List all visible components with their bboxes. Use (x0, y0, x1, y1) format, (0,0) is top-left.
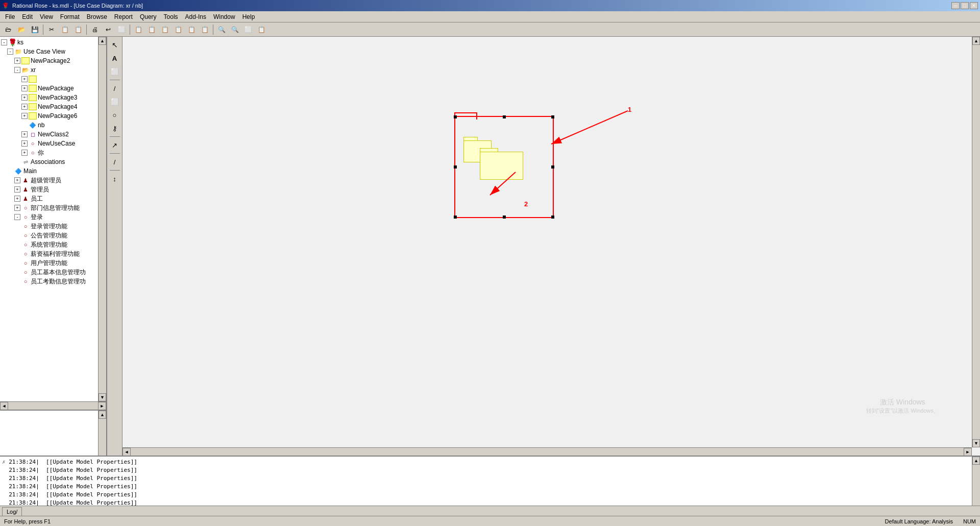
menu-report[interactable]: Report (111, 12, 136, 21)
tb-btn6[interactable]: 📋 (199, 24, 211, 35)
tree-item-you[interactable]: + ○ 你 (0, 148, 106, 157)
menu-file[interactable]: File (2, 12, 18, 21)
tb-cut[interactable]: ✂ (45, 24, 58, 35)
tb-fit[interactable]: ⬜ (242, 24, 254, 35)
expander-newpackage[interactable]: + (21, 85, 28, 91)
expander-newusecase[interactable]: + (21, 140, 28, 147)
canvas-hscroll-left[interactable]: ◄ (122, 448, 131, 456)
menu-help[interactable]: Help (239, 12, 258, 21)
tree-hscroll-left[interactable]: ◄ (0, 402, 8, 410)
tree-item-superadmin[interactable]: + ♟ 超级管理员 (0, 176, 106, 185)
menu-edit[interactable]: Edit (19, 12, 36, 21)
minimize-button[interactable]: ─ (951, 2, 960, 9)
tree-item-staffbasic[interactable]: ○ 员工基本信息管理功 (0, 268, 106, 277)
expander-dept[interactable]: + (14, 205, 20, 211)
tb-btn7[interactable]: 📋 (255, 24, 267, 35)
tb-open[interactable]: 📂 (15, 24, 28, 35)
tb-rect[interactable]: ⬜ (115, 24, 128, 35)
tree-item-notice[interactable]: ○ 公告管理功能 (0, 231, 106, 240)
vtb-usecase[interactable]: ○ (109, 109, 121, 121)
tree-item-main[interactable]: 🔷 Main (0, 166, 106, 176)
canvas-vscroll-down[interactable]: ▼ (972, 439, 980, 447)
expander-newpackage4[interactable]: + (21, 104, 28, 110)
canvas-hscroll[interactable]: ◄ ► (122, 447, 972, 456)
tb-zoomin[interactable]: 🔍 (215, 24, 228, 35)
expander-login[interactable]: - (14, 214, 20, 220)
tree-hscroll-right[interactable]: ► (98, 402, 106, 410)
tb-print[interactable]: 🖨 (89, 24, 101, 35)
tree-item-nb[interactable]: 🔷 nb (0, 121, 106, 130)
tree-scroll-up[interactable]: ▲ (99, 37, 106, 45)
tree-item-login-mgmt[interactable]: ○ 登录管理功能 (0, 222, 106, 231)
menu-browse[interactable]: Browse (84, 12, 110, 21)
tb-btn2[interactable]: 📋 (145, 24, 158, 35)
expander-nb-pkg[interactable]: + (21, 76, 28, 82)
tree-item-nb-pkg[interactable]: + (0, 75, 106, 84)
close-button[interactable]: ✕ (970, 2, 978, 9)
tree-item-staff[interactable]: + ♟ 员工 (0, 194, 106, 203)
tree-item-newusecase[interactable]: + ○ NewUseCase (0, 139, 106, 148)
tree-item-user[interactable]: ○ 用户管理功能 (0, 258, 106, 268)
tree-item-ks[interactable]: - 🌹 ks (0, 38, 106, 47)
expander-newpackage6[interactable]: + (21, 113, 28, 119)
tb-copy[interactable]: 📋 (59, 24, 71, 35)
canvas-hscroll-right[interactable]: ► (964, 448, 972, 456)
log-vscroll-up[interactable]: ▲ (972, 457, 980, 465)
vtb-pkg[interactable]: ⬜ (109, 95, 121, 108)
tree-item-xr[interactable]: - 📂 xr (0, 65, 106, 75)
menu-tools[interactable]: Tools (161, 12, 181, 21)
tree-item-newpackage3[interactable]: + NewPackage3 (0, 93, 106, 102)
vtb-note[interactable]: ⬜ (109, 65, 121, 78)
tree-item-salary[interactable]: ○ 薪资福利管理功能 (0, 249, 106, 258)
log-vscroll[interactable]: ▲ ▼ (972, 457, 980, 506)
tree-scrollbar[interactable]: ▲ ▼ (98, 37, 106, 401)
tb-zoomout[interactable]: 🔍 (229, 24, 241, 35)
expander-newpackage3[interactable]: + (21, 94, 28, 101)
expander-usecaseview[interactable]: - (7, 49, 13, 55)
expander-you[interactable]: + (21, 150, 28, 156)
tree-item-attendance[interactable]: ○ 员工考勤信息管理功 (0, 277, 106, 286)
vtb-select[interactable]: ↖ (109, 39, 121, 51)
tree-item-newpackage4[interactable]: + NewPackage4 (0, 102, 106, 111)
tree-item-sys[interactable]: ○ 系统管理功能 (0, 240, 106, 249)
expander-newpackage2[interactable]: + (14, 58, 20, 64)
expander-superadmin[interactable]: + (14, 177, 20, 183)
log-tab-main[interactable]: Log/ (2, 507, 22, 516)
expander-staff[interactable]: + (14, 196, 20, 202)
tree-item-newpackage2[interactable]: + NewPackage2 (0, 56, 106, 65)
canvas-vscroll-up[interactable]: ▲ (972, 37, 980, 45)
tb-btn1[interactable]: 📋 (132, 24, 144, 35)
expander-ks[interactable]: - (1, 39, 7, 45)
tree-item-newclass2[interactable]: + ◻ NewClass2 (0, 130, 106, 139)
preview-scrollbar[interactable]: ▲ (98, 411, 106, 456)
expander-xr[interactable]: - (14, 67, 20, 73)
tree-item-usecaseview[interactable]: - 📁 Use Case View (0, 47, 106, 56)
menu-view[interactable]: View (37, 12, 56, 21)
tree-item-dept[interactable]: + ○ 部门信息管理功能 (0, 203, 106, 212)
vtb-actor[interactable]: ⚷ (109, 122, 121, 134)
menu-query[interactable]: Query (137, 12, 160, 21)
menu-addins[interactable]: Add-Ins (182, 12, 209, 21)
tb-btn4[interactable]: 📋 (172, 24, 184, 35)
tb-btn5[interactable]: 📋 (185, 24, 198, 35)
expander-admin[interactable]: + (14, 186, 20, 193)
tb-btn3[interactable]: 📋 (159, 24, 171, 35)
vtb-assoc[interactable]: ↗ (109, 139, 121, 151)
tb-new[interactable]: 🗁 (2, 24, 14, 35)
tree-item-newpackage[interactable]: + NewPackage (0, 84, 106, 93)
vtb-text[interactable]: A (109, 52, 121, 64)
tb-save[interactable]: 💾 (29, 24, 41, 35)
vtb-arrow[interactable]: / (109, 156, 121, 168)
canvas-vscroll[interactable]: ▲ ▼ (972, 37, 980, 447)
tree-item-admin[interactable]: + ♟ 管理员 (0, 185, 106, 194)
preview-scroll-up[interactable]: ▲ (99, 411, 106, 419)
tree-item-login[interactable]: - ○ 登录 (0, 212, 106, 222)
expander-newclass2[interactable]: + (21, 131, 28, 137)
menu-format[interactable]: Format (57, 12, 83, 21)
menu-window[interactable]: Window (210, 12, 238, 21)
tb-undo[interactable]: ↩ (102, 24, 114, 35)
vtb-resize[interactable]: ↕ (109, 173, 121, 185)
tree-scroll-down[interactable]: ▼ (99, 393, 106, 401)
tree-item-associations[interactable]: ⇌ Associations (0, 157, 106, 166)
vtb-line[interactable]: / (109, 82, 121, 94)
